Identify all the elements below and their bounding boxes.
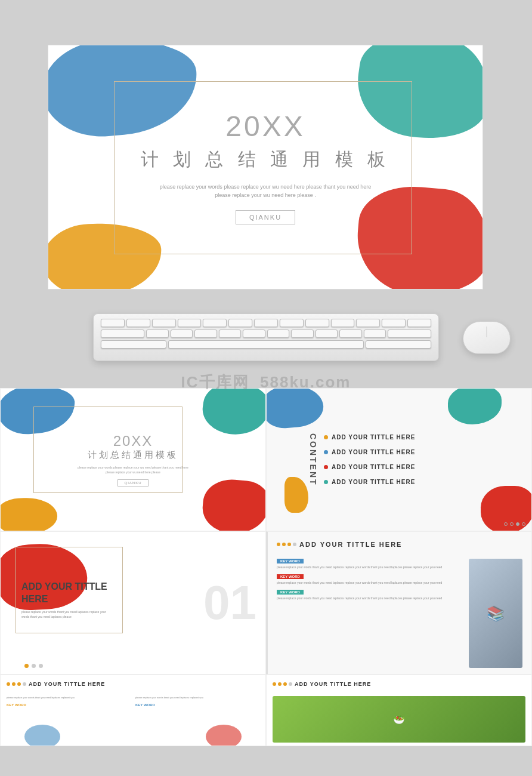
key — [382, 319, 406, 327]
dots-3 — [24, 664, 43, 668]
key — [243, 330, 265, 338]
content-item-3-text: ADD YOUR TITTLE HERE — [332, 464, 415, 470]
content-item-2-text: ADD YOUR TITTLE HERE — [332, 449, 415, 455]
key — [339, 330, 362, 338]
slide-4-title: ADD YOUR TITTLE HERE — [299, 541, 402, 548]
slide-5-body: please replace your words thant you need… — [7, 696, 259, 743]
col-text-1: please replace your words thant you need… — [7, 696, 131, 700]
dot-teal — [324, 480, 328, 484]
kw-block-1: KEY WORD please replace your words thant… — [277, 559, 463, 569]
key-row-2 — [101, 330, 431, 338]
small-dots-5 — [7, 682, 26, 686]
content-item-2: ADD YOUR TITTLE HERE — [324, 449, 415, 455]
slide-thumb-3[interactable]: 01 ADD YOUR TITTLE HERE please replace y… — [0, 531, 266, 675]
kw-text-2: please replace your words thant you need… — [277, 581, 463, 585]
content-item-4-text: ADD YOUR TITTLE HERE — [332, 479, 415, 485]
slide-3-content: ADD YOUR TITTLE HERE please replace your… — [1, 532, 265, 674]
key — [101, 330, 144, 338]
key — [194, 330, 217, 338]
slide-1-content: 20XX 计划总结通用模板 please replace your words … — [1, 389, 265, 531]
key — [267, 330, 290, 338]
keyboard-image — [93, 313, 439, 361]
slide-2-content: CONTENT ADD YOUR TITTLE HERE ADD YOUR TI… — [267, 389, 531, 531]
slide-3-subtitle: please replace your words thant you need… — [21, 610, 111, 619]
kw-block-2: KEY WORD please replace your words thant… — [277, 574, 463, 585]
kw-text-3: please replace your words thant you need… — [277, 596, 463, 601]
slide-3-title-line2: HERE — [21, 594, 48, 604]
nav-dot-1 — [504, 522, 508, 526]
key — [331, 319, 355, 327]
key — [126, 319, 150, 327]
slide-thumb-2[interactable]: CONTENT ADD YOUR TITTLE HERE ADD YOUR TI… — [266, 388, 532, 531]
slide-1-button: QIANKU — [117, 479, 148, 486]
content-item-4: ADD YOUR TITTLE HERE — [324, 479, 415, 485]
key — [366, 340, 431, 349]
key — [203, 319, 227, 327]
slide-1-year: 20XX — [113, 433, 153, 449]
mouse-image — [463, 321, 511, 354]
key — [280, 319, 304, 327]
kw-text-1: please replace your words thant you need… — [277, 565, 463, 569]
key — [364, 330, 386, 338]
content-item-3: ADD YOUR TITTLE HERE — [324, 464, 415, 470]
slide-4-body: KEY WORD please replace your words thant… — [277, 559, 522, 668]
main-slide-content: 20XX 计 划 总 结 通 用 模 板 please replace your… — [48, 45, 482, 289]
slide-1-title: 计划总结通用模板 — [88, 449, 178, 461]
key-row-3 — [101, 340, 431, 349]
nav-dots — [504, 522, 525, 526]
slide-6-body: 🥗 — [273, 696, 525, 743]
key — [219, 330, 242, 338]
slide-5-header: ADD YOUR TITTLE HERE — [7, 681, 105, 687]
nav-dot-3 — [516, 522, 519, 526]
key — [101, 340, 166, 349]
small-dots-header — [277, 543, 296, 546]
sdot5-3 — [17, 682, 21, 686]
slide-6-title: ADD YOUR TITTLE HERE — [295, 681, 371, 687]
sdot-1 — [277, 543, 280, 546]
col-block-1: please replace your words thant you need… — [7, 696, 131, 743]
slides-grid: 20XX 计划总结通用模板 please replace your words … — [0, 388, 532, 746]
sdot6-3 — [283, 682, 287, 686]
sdot5-2 — [12, 682, 16, 686]
kw-block-3: KEY WORD please replace your words thant… — [277, 590, 463, 601]
qianku-button: QIANKU — [236, 210, 295, 224]
key — [178, 319, 202, 327]
key — [254, 319, 278, 327]
keyboard-area — [36, 304, 532, 370]
dot-indicator-3 — [39, 664, 43, 668]
key-row-1 — [101, 319, 431, 327]
main-preview-slide: 20XX 计 划 总 结 通 用 模 板 please replace your… — [48, 45, 483, 290]
col-kw-2: KEY WORD — [135, 703, 259, 707]
slide-6-header: ADD YOUR TITTLE HERE — [273, 681, 371, 687]
dot-indicator-1 — [24, 664, 29, 668]
key — [407, 319, 431, 327]
dot-blue — [324, 450, 328, 454]
slide-4-header: ADD YOUR TITTLE HERE — [277, 541, 402, 548]
key — [356, 319, 380, 327]
main-title-cn: 计 划 总 结 通 用 模 板 — [141, 147, 390, 172]
col-kw-1: KEY WORD — [7, 703, 131, 707]
content-items: ADD YOUR TITTLE HERE ADD YOUR TITTLE HER… — [324, 434, 415, 485]
key — [146, 330, 169, 338]
slide-1-subtitle: please replace your words please replace… — [76, 466, 190, 475]
slide-thumb-1[interactable]: 20XX 计划总结通用模板 please replace your words … — [0, 388, 266, 531]
kw-badge-1: KEY WORD — [277, 559, 304, 563]
slide-3-title: ADD YOUR TITTLE HERE — [21, 581, 107, 606]
nav-dot-4 — [522, 522, 525, 526]
col-text-2: please replace your words thant you need… — [135, 696, 259, 700]
key — [171, 330, 193, 338]
key — [305, 319, 329, 327]
slide-thumb-4[interactable]: ADD YOUR TITTLE HERE KEY WORD please rep… — [266, 531, 532, 675]
slide-thumb-6[interactable]: ADD YOUR TITTLE HERE 🥗 — [266, 675, 532, 746]
keywords-list: KEY WORD please replace your words thant… — [277, 559, 463, 668]
sdot5-1 — [7, 682, 10, 686]
kw-badge-3: KEY WORD — [277, 590, 304, 595]
content-item-1: ADD YOUR TITTLE HERE — [324, 434, 415, 441]
slide-5-title: ADD YOUR TITTLE HERE — [29, 681, 105, 687]
key — [291, 330, 314, 338]
key — [101, 319, 125, 327]
key — [316, 330, 338, 338]
sdot-2 — [282, 543, 286, 546]
book-icon: 📚 — [469, 559, 522, 668]
slide-thumb-5[interactable]: ADD YOUR TITTLE HERE please replace your… — [0, 675, 266, 746]
